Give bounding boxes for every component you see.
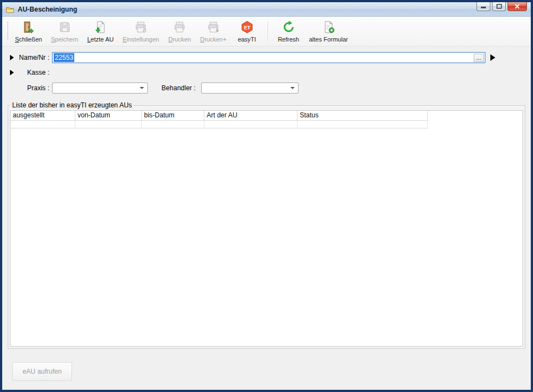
chevron-down-icon	[140, 87, 144, 89]
toolbar-button-drucken[interactable]: Drucken	[163, 18, 196, 45]
toolbar-button-einstellungen[interactable]: Einstellungen	[118, 18, 163, 45]
next-record-arrow-icon[interactable]	[490, 54, 495, 61]
column-header-von-datum[interactable]: von-Datum	[75, 111, 142, 120]
toolbar-button-letzte-au[interactable]: Letzte AU	[83, 18, 118, 45]
window-title: AU-Bescheinigung	[18, 6, 77, 13]
printer-icon	[172, 20, 187, 34]
toolbar-button-label: Schließen	[15, 36, 42, 43]
name-row: Name/Nr : 22553 ...	[2, 50, 531, 65]
toolbar-button-label: Einstellungen	[122, 36, 159, 43]
kasse-label: Kasse :	[14, 69, 49, 76]
column-header-status[interactable]: Status	[298, 111, 428, 120]
behandler-label: Behandler :	[157, 84, 196, 92]
save-icon	[58, 20, 72, 34]
name-row-marker-icon	[10, 55, 14, 60]
footer-bar: eAU aufrufen	[2, 362, 531, 381]
toolbar-separator	[268, 22, 268, 41]
toolbar: Schließen Speichern Letzt	[2, 17, 531, 47]
toolbar-button-label: Speichern	[51, 36, 79, 43]
toolbar-button-refresh[interactable]: Refresh	[273, 18, 305, 45]
toolbar-button-easyti[interactable]: ET easyTI	[231, 18, 263, 45]
au-list-group: Liste der bisher in easyTI erzeugten AUs…	[8, 105, 525, 349]
toolbar-button-label: easyTI	[238, 36, 256, 43]
table-cell	[75, 121, 142, 128]
app-window: AU-Bescheinigung S	[0, 0, 533, 392]
window-controls	[476, 2, 527, 11]
close-button[interactable]	[508, 2, 527, 11]
minimize-button[interactable]	[476, 2, 490, 11]
toolbar-button-drucken-plus[interactable]: Drucken+	[196, 18, 230, 45]
toolbar-button-label: Drucken+	[200, 36, 226, 43]
easyti-hexagon-icon: ET	[240, 20, 254, 34]
praxis-label: Praxis :	[14, 84, 49, 92]
name-input[interactable]: 22553 ...	[52, 52, 485, 63]
printer-plus-icon	[206, 20, 221, 34]
close-icon	[515, 4, 520, 9]
table-row[interactable]	[11, 121, 428, 128]
grid-header-row: ausgestellt von-Datum bis-Datum Art der …	[11, 111, 428, 121]
behandler-select[interactable]	[201, 82, 299, 94]
toolbar-button-speichern[interactable]: Speichern	[47, 18, 83, 45]
document-arrow-icon	[93, 20, 107, 34]
form-area: Name/Nr : 22553 ... Kasse : Praxis : Beh…	[2, 47, 531, 96]
maximize-icon	[496, 4, 502, 9]
kasse-row: Kasse :	[2, 65, 531, 80]
door-exit-icon	[21, 20, 35, 34]
refresh-icon	[281, 20, 296, 34]
maximize-button[interactable]	[492, 2, 506, 11]
minimize-icon	[481, 4, 486, 9]
toolbar-button-label: Refresh	[278, 36, 299, 43]
kasse-row-marker-icon	[10, 70, 14, 75]
eau-aufrufen-button[interactable]: eAU aufrufen	[12, 362, 72, 381]
chevron-down-icon	[290, 87, 295, 89]
titlebar[interactable]: AU-Bescheinigung	[2, 2, 531, 17]
toolbar-button-label: Drucken	[168, 36, 191, 43]
praxis-select[interactable]	[52, 82, 148, 94]
toolbar-button-altes-formular[interactable]: altes Formular	[305, 18, 352, 45]
table-cell	[298, 121, 428, 128]
toolbar-button-label: altes Formular	[309, 36, 348, 43]
printer-settings-icon	[134, 20, 148, 34]
au-list-group-title: Liste der bisher in easyTI erzeugten AUs	[10, 101, 134, 109]
au-list-grid: ausgestellt von-Datum bis-Datum Art der …	[10, 110, 523, 347]
easyti-icon-text: ET	[244, 25, 250, 30]
document-plus-icon	[321, 20, 336, 34]
name-input-value: 22553	[54, 53, 74, 62]
table-cell	[142, 121, 204, 128]
toolbar-button-schliessen[interactable]: Schließen	[11, 18, 47, 45]
column-header-art-der-au[interactable]: Art der AU	[204, 111, 298, 120]
app-icon	[6, 5, 14, 14]
praxis-behandler-row: Praxis : Behandler :	[2, 80, 531, 96]
toolbar-button-label: Letzte AU	[87, 36, 114, 43]
browse-button[interactable]: ...	[474, 54, 484, 62]
table-cell	[204, 121, 298, 128]
name-label: Name/Nr :	[14, 54, 49, 61]
toolbar-grip[interactable]	[7, 22, 8, 40]
column-header-bis-datum[interactable]: bis-Datum	[142, 111, 204, 120]
table-cell	[11, 121, 75, 128]
column-header-ausgestellt[interactable]: ausgestellt	[11, 111, 75, 120]
